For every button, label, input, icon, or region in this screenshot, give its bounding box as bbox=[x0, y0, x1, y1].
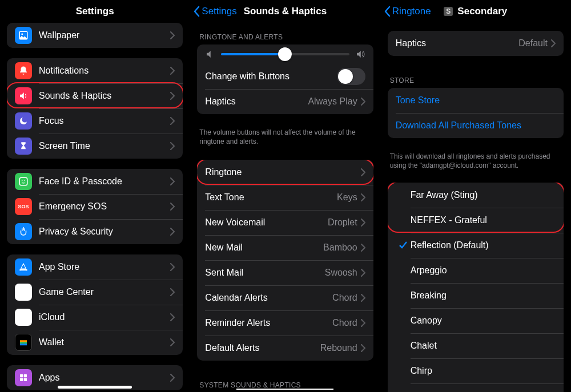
row-label: iCloud bbox=[39, 312, 170, 322]
row-calendar-alerts[interactable]: Calendar AlertsChord bbox=[197, 285, 373, 310]
svg-rect-9 bbox=[20, 342, 27, 343]
row-text-tone[interactable]: Text ToneKeys bbox=[197, 185, 373, 210]
row-label: Text Tone bbox=[205, 192, 337, 203]
row-label: NEFFEX - Grateful bbox=[411, 215, 556, 225]
row-change-with-buttons[interactable]: Change with Buttons bbox=[197, 64, 373, 89]
row-faceid[interactable]: Face ID & Passcode bbox=[7, 169, 183, 194]
svg-rect-2 bbox=[19, 177, 27, 185]
row-tone[interactable]: Chalet bbox=[388, 333, 564, 358]
row-tone[interactable]: Canopy bbox=[388, 308, 564, 333]
row-wallet[interactable]: Wallet bbox=[7, 330, 183, 355]
row-emergency-sos[interactable]: SOS Emergency SOS bbox=[7, 194, 183, 219]
row-notifications[interactable]: Notifications bbox=[7, 58, 183, 83]
row-tone[interactable]: Reflection (Default) bbox=[388, 233, 564, 258]
toggle-change-buttons[interactable] bbox=[337, 68, 365, 85]
row-label: Arpeggio bbox=[411, 265, 556, 276]
chevron-right-icon bbox=[170, 288, 175, 296]
row-focus[interactable]: Focus bbox=[7, 108, 183, 134]
section-header: RINGTONE AND ALERTS bbox=[190, 23, 380, 45]
slider-track[interactable] bbox=[221, 53, 349, 55]
chevron-right-icon bbox=[361, 168, 365, 176]
svg-point-1 bbox=[21, 33, 23, 35]
svg-rect-13 bbox=[20, 378, 23, 381]
page-title: Settings bbox=[76, 6, 114, 17]
row-sent-mail[interactable]: Sent MailSwoosh bbox=[197, 260, 373, 285]
chevron-right-icon bbox=[361, 294, 365, 302]
checkmark-icon bbox=[399, 241, 408, 250]
row-screen-time[interactable]: Screen Time bbox=[7, 134, 183, 159]
row-icloud[interactable]: iCloud bbox=[7, 305, 183, 330]
wallet-icon bbox=[15, 334, 32, 351]
row-download-all-purchased-tones[interactable]: Download All Purchased Tones bbox=[388, 113, 564, 138]
row-appstore[interactable]: App Store bbox=[7, 254, 183, 280]
slider-thumb[interactable] bbox=[278, 47, 292, 61]
row-label: Face ID & Passcode bbox=[39, 176, 170, 187]
svg-rect-11 bbox=[20, 374, 23, 377]
bottom-line bbox=[190, 389, 380, 390]
row-new-mail[interactable]: New MailBamboo bbox=[197, 235, 373, 260]
appstore-icon bbox=[15, 258, 32, 276]
hourglass-icon bbox=[15, 138, 32, 155]
row-label: Haptics bbox=[396, 38, 519, 49]
chevron-right-icon bbox=[170, 313, 175, 321]
nav-header: Settings bbox=[0, 0, 190, 23]
row-wallpaper[interactable]: Wallpaper bbox=[7, 23, 183, 48]
chevron-right-icon bbox=[361, 98, 365, 106]
row-label: Breaking bbox=[411, 290, 556, 301]
chevron-right-icon bbox=[170, 177, 175, 185]
svg-rect-8 bbox=[20, 340, 27, 342]
chevron-right-icon bbox=[361, 244, 365, 252]
section-footer: The volume buttons will not affect the v… bbox=[190, 124, 380, 146]
group-store: Tone StoreDownload All Purchased Tones bbox=[388, 88, 564, 138]
row-reminder-alerts[interactable]: Reminder AlertsChord bbox=[197, 310, 373, 336]
row-detail: Always Play bbox=[308, 96, 357, 107]
row-tone-store[interactable]: Tone Store bbox=[388, 88, 564, 113]
ringer-volume-slider[interactable] bbox=[197, 45, 373, 64]
faceid-icon bbox=[15, 173, 32, 190]
row-detail: Swoosh bbox=[325, 268, 357, 278]
back-button[interactable]: Settings bbox=[192, 6, 236, 17]
row-haptics[interactable]: Haptics Always Play bbox=[197, 89, 373, 114]
group-wallpaper: Wallpaper bbox=[7, 23, 183, 48]
chevron-right-icon bbox=[361, 219, 365, 227]
row-custom-tone[interactable]: NEFFEX - Grateful bbox=[388, 208, 564, 233]
check-column bbox=[396, 241, 411, 250]
row-privacy[interactable]: Privacy & Security bbox=[7, 219, 183, 244]
row-default-alerts[interactable]: Default AlertsRebound bbox=[197, 336, 373, 361]
row-tone[interactable]: Chirp bbox=[388, 358, 564, 383]
svg-rect-14 bbox=[24, 378, 27, 381]
row-label: Focus bbox=[39, 116, 170, 126]
row-label: Chirp bbox=[411, 366, 556, 376]
row-tone[interactable]: Breaking bbox=[388, 283, 564, 308]
group-haptics: Haptics Default bbox=[388, 31, 564, 56]
row-haptics[interactable]: Haptics Default bbox=[388, 31, 564, 56]
row-label: Canopy bbox=[411, 316, 556, 326]
row-gamecenter[interactable]: Game Center bbox=[7, 280, 183, 305]
row-tone[interactable]: Daybreak bbox=[388, 383, 564, 392]
chevron-right-icon bbox=[361, 193, 365, 201]
row-tone[interactable]: Arpeggio bbox=[388, 258, 564, 283]
row-label: Change with Buttons bbox=[205, 71, 336, 82]
row-custom-tone[interactable]: Far Away (Sting) bbox=[388, 183, 564, 208]
chevron-left-icon bbox=[383, 6, 391, 17]
chevron-right-icon bbox=[170, 203, 175, 211]
chevron-right-icon bbox=[170, 117, 175, 125]
row-label: Chalet bbox=[411, 341, 556, 351]
back-button[interactable]: Ringtone bbox=[383, 6, 431, 17]
row-label: Wallpaper bbox=[39, 30, 170, 41]
row-sounds-haptics[interactable]: Sounds & Haptics bbox=[7, 83, 183, 108]
row-detail: Default bbox=[518, 38, 548, 49]
row-label: Ringtone bbox=[205, 167, 360, 177]
row-new-voicemail[interactable]: New VoicemailDroplet bbox=[197, 210, 373, 235]
row-label: App Store bbox=[39, 262, 170, 272]
row-label: Game Center bbox=[39, 287, 170, 297]
chevron-right-icon bbox=[551, 39, 556, 47]
row-detail: Droplet bbox=[328, 217, 357, 228]
svg-rect-10 bbox=[20, 343, 27, 345]
apps-icon bbox=[15, 369, 32, 386]
row-label: Emergency SOS bbox=[39, 201, 170, 212]
row-detail: Bamboo bbox=[323, 243, 357, 253]
home-indicator[interactable] bbox=[58, 386, 132, 389]
nav-header: Ringtone S Secondary bbox=[381, 0, 570, 23]
row-ringtone[interactable]: Ringtone bbox=[197, 160, 373, 185]
